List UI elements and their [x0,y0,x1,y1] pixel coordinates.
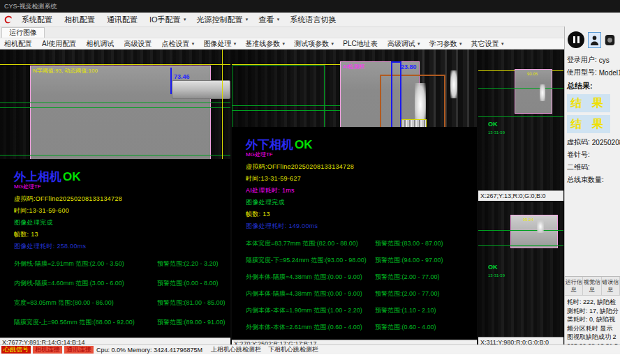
measurement-warn-range: 预警范围:(2.00 - 77.00) [375,289,473,298]
info-tab[interactable]: 运行信息 [565,277,583,295]
measure-value-label: 23.80 [401,63,417,70]
measurement-row: 宽度=83.05mm 范围:(80.00 - 86.00) 预警范围:(81.0… [14,298,226,308]
menu-item-label: 查看 [259,15,274,25]
mini-overlay-text: 95.24 [523,218,533,222]
result-badge: 结 果 [567,94,610,112]
right-camera-result-area: 外下相机 OK MG处理TF 虚拟码:OFFline20250208133134… [232,127,477,340]
app-logo-icon [3,15,13,25]
measurement-warn-range: 预警范围:(1.10 - 2.10) [375,306,473,315]
tab-run-image[interactable]: 运行图像 [1,27,45,38]
toolbar-item[interactable]: 学习参数 ▼ [425,39,467,49]
login-user-label: 登录用户: [567,55,597,65]
measurement-row: 内侧本体-本体=1.90mm 范围:(1.00 - 2.20) 预警范围:(1.… [246,306,473,315]
menu-item[interactable]: 光源控制配置 ▼ [192,13,254,26]
pause-icon [568,31,584,48]
toolbar-item-label: 其它设置 [471,39,499,49]
measure-rect [391,61,401,127]
measurement-value: 隔膜宽度-下=95.24mm 范围:(93.00 - 98.00) [246,256,375,265]
toolbar-item[interactable]: 相机调试 [82,39,119,49]
preview-top-image[interactable]: 93.05 OK 13-31-59 [478,50,563,190]
measurement-value: 外侧本体-本体=2.61mm 范围:(0.60 - 4.00) [246,323,375,332]
tab-bar: 运行图像 [0,27,620,38]
baseline-line [478,230,563,231]
toolbar-item[interactable]: PLC地址表 [339,39,383,49]
qr-label: 二维码: [567,162,590,172]
ai-detect-label: AI检测框 [343,63,365,70]
mini-overlay-text: 13-31-59 [488,130,505,135]
vcode-value: 20250208 [592,139,620,146]
reflection-highlight [450,70,457,98]
left-camera-image[interactable]: N字阈值:93, 动态阈值:100 73.46 [0,50,230,159]
baseline-line [0,103,230,103]
menu-item[interactable]: 查看 ▼ [254,13,286,26]
info-tab[interactable]: 视觉信息 [583,277,601,295]
upper-camera-heartbeat[interactable]: 上相机心跳检测栏 [211,345,261,354]
toolbar-item[interactable]: 测试项参数 ▼ [290,39,339,49]
vcode-label: 虚拟码: [567,137,590,147]
measurement-value: 外侧本体-隔膜=4.38mm 范围:(0.00 - 9.00) [246,273,375,282]
toolbar-item[interactable]: 点检设置 ▼ [157,39,199,49]
measurement-warn-range: 预警范围:(81.00 - 85.00) [157,298,226,308]
measurement-warn-range: 预警范围:(0.00 - 8.00) [157,279,226,288]
menu-item[interactable]: IO手配置 ▼ [145,13,192,26]
measurement-value: 隔膜宽度-上=90.56mm 范围:(88.00 - 92.00) [14,318,157,327]
mini-overlay-text: 93.05 [527,72,538,76]
count-label: 总线束数量: [567,175,604,185]
measurement-list: 本体宽度=83.77mm 范围:(82.00 - 88.00) 预警范围:(83… [246,239,477,332]
pixel-coordinates: X:267;Y:13;R:0;G:0;B:0 [480,192,546,199]
pause-button[interactable] [566,30,586,50]
control-panel: 登录用户: cys 使用型号: Model1 总结果: 结 果 结 果 虚拟码:… [564,26,620,345]
measurement-value: 内侧线-隔膜=4.60mm 范围:(3.00 - 6.00) [14,279,157,288]
heartbeat-labels: 上相机心跳检测栏 下相机心跳检测栏 [211,345,318,354]
measurement-row: 外侧线-隔膜=2.91mm 范围:(2.00 - 3.50) 预警范围:(2.2… [14,259,226,268]
model-label: 使用型号: [567,68,597,77]
menu-item-label: 系统语言切换 [290,15,336,25]
measurement-row: 内侧线-隔膜=4.60mm 范围:(3.00 - 6.00) 预警范围:(0.0… [14,279,226,288]
toolbar-item-label: 学习参数 [429,39,457,49]
info-line: AI处理耗时: 1ms [246,186,477,195]
measurement-warn-range: 预警范围:(2.00 - 77.00) [375,273,473,282]
toolbar-item-label: 高级调试 [388,39,415,49]
toolbar-item[interactable]: 基准线参数 ▼ [241,39,290,49]
toolbar-item[interactable]: AI使用配置 [38,39,82,49]
status-badges: 心跳信号 相机连接 通讯连接 [1,346,94,354]
needle-row: 卷针号: [565,149,620,161]
lower-camera-heartbeat[interactable]: 下相机心跳检测栏 [268,345,318,354]
log-output[interactable]: 耗时: 222, 缺陷检测耗时: 17, 缺陷分类耗时: 0, 缺陷视频分区耗时… [565,296,620,345]
camera-info-lines: 虚拟码:OFFline20250208133134728 时间:13-31-59… [246,162,477,231]
preview-bottom-image[interactable]: 95.24 OK 13-31-59 [478,202,563,338]
toolbar-item-label: 高级设置 [124,39,152,49]
menu-item[interactable]: 系统配置 [17,13,59,26]
chevron-down-icon: ▼ [232,42,237,46]
measurement-row: 外侧本体-本体=2.61mm 范围:(0.60 - 4.00) 预警范围:(0.… [246,323,473,332]
toolbar-item[interactable]: 其它设置 ▼ [467,39,509,49]
record-button[interactable] [603,32,617,48]
threshold-line [0,64,230,65]
menu-item[interactable]: 系统语言切换 [285,13,343,26]
toolbar-item[interactable]: 相机配置 [0,39,38,49]
window-title: CYS-视觉检测系统 [4,2,57,11]
user-mode-button[interactable] [588,32,601,48]
measurement-row: 外侧本体-隔膜=4.38mm 范围:(0.00 - 9.00) 预警范围:(2.… [246,273,473,282]
toolbar-item-label: 测试项参数 [294,39,329,49]
preview-column: 93.05 OK 13-31-59 X:267;Y:13;R:0;G:0;B:0… [478,50,563,347]
qr-row: 二维码: [565,161,620,174]
login-user-value: cys [599,56,610,64]
menu-item-label: 系统配置 [22,15,52,25]
toolbar-item[interactable]: 图像处理 ▼ [199,39,241,49]
menu-item[interactable]: 通讯配置 [102,13,145,26]
chevron-down-icon: ▼ [330,42,334,46]
result-status: OK [63,170,81,184]
toolbar-item[interactable]: 高级设置 [119,39,157,49]
info-tab[interactable]: 错误信息 [602,277,620,295]
chevron-down-icon: ▼ [459,42,463,46]
right-camera-image[interactable]: AI检测框 23.80 [232,50,477,127]
info-line: 图像处理完成 [14,218,230,227]
menu-item-label: 相机配置 [64,15,95,25]
measurement-warn-range: 预警范围:(0.60 - 4.00) [375,323,473,332]
toolbar-item[interactable]: 高级调试 ▼ [383,39,425,49]
menu-item-label: 光源控制配置 [197,15,243,25]
menu-item[interactable]: 相机配置 [59,13,102,26]
model-value[interactable]: Model1 [599,69,620,77]
toolbar-item-label: 相机配置 [4,39,32,49]
